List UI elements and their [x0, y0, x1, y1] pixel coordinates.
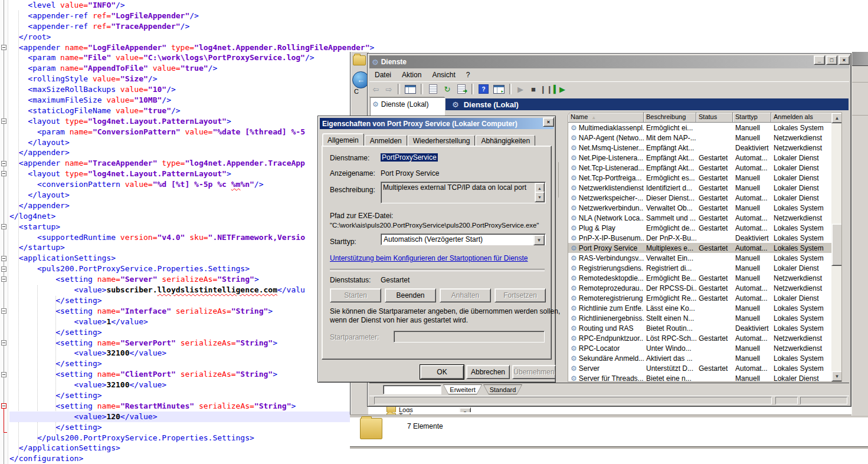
fold-toggle-icon[interactable]	[1, 372, 6, 377]
column-header-starttyp[interactable]: Starttyp	[733, 113, 771, 123]
ok-button[interactable]: OK	[420, 365, 464, 379]
view-tab-standard[interactable]: Standard	[483, 384, 522, 394]
view-tab-erweitert[interactable]: Erweitert	[443, 384, 482, 394]
fold-toggle-icon[interactable]	[1, 161, 6, 166]
service-row[interactable]: ⚙Net.Tcp-Listenerad...Empfängt Akt...Ges…	[568, 163, 832, 173]
service-row[interactable]: ⚙RPC-Endpunktzuor...Löst RPC-Sch...Gesta…	[568, 333, 832, 343]
show-console-tree-icon[interactable]	[405, 85, 416, 94]
fold-toggle-icon[interactable]	[1, 171, 6, 176]
service-row[interactable]: ⚙NetzwerklistendienstIdentifiziert d...G…	[568, 183, 832, 193]
dialog-tab-abhngigkeiten[interactable]: Abhängigkeiten	[476, 135, 535, 146]
menu-?[interactable]: ?	[461, 70, 476, 80]
service-cell: Gestartet	[696, 294, 733, 302]
anhalten-button[interactable]: Anhalten	[440, 288, 491, 302]
fortsetzen-button[interactable]: Fortsetzen	[494, 288, 546, 302]
scroll-up-button[interactable]: ▲	[831, 113, 842, 123]
service-name-text: Net.Tcp-Listenerad...	[579, 164, 644, 172]
tree-item-dienste-lokal[interactable]: ⚙ Dienste (Lokal)	[371, 98, 445, 111]
dienstname-value[interactable]: PortProxyService	[381, 153, 438, 162]
column-header-beschreibung[interactable]: Beschreibung	[644, 113, 696, 123]
start-service-icon[interactable]: ▶	[514, 85, 527, 93]
fold-toggle-icon[interactable]	[1, 277, 6, 282]
properties-icon[interactable]	[429, 84, 437, 94]
list-column-headers: Name▲BeschreibungStatusStarttypAnmelden …	[568, 113, 832, 123]
service-row[interactable]: ⚙Net.Pipe-Listenera...Empfängt Akt...Ges…	[568, 153, 832, 163]
menu-ansicht[interactable]: Ansicht	[427, 70, 460, 80]
desc-scroll-down-button[interactable]: ▼	[535, 192, 545, 202]
service-row[interactable]: ⚙Richtlinienergebniss...Stellt einen N..…	[568, 313, 832, 323]
service-row[interactable]: ⚙NLA (Network Loca...Sammelt und ...Gest…	[568, 213, 832, 223]
services-titlebar[interactable]: ⚙ Dienste	[369, 55, 849, 68]
fold-toggle-icon[interactable]	[1, 224, 6, 229]
startparameter-input[interactable]	[394, 331, 545, 343]
starten-button[interactable]: Starten	[330, 288, 381, 302]
maximize-button[interactable]: □	[826, 55, 837, 65]
stop-service-icon[interactable]: ■	[527, 85, 540, 93]
fold-toggle-icon[interactable]	[1, 119, 6, 124]
service-row[interactable]: ⚙Port Proxy ServiceMultiplexes e...Gesta…	[568, 243, 832, 253]
dialog-close-button[interactable]: ×	[543, 117, 554, 127]
help-icon[interactable]: ?	[479, 84, 489, 94]
service-row[interactable]: ⚙NAP-Agent (Netwo...Mit dem NAP-...Manue…	[568, 133, 832, 143]
fold-toggle-icon[interactable]	[1, 256, 6, 261]
combobox-dropdown-button[interactable]: ▼	[533, 235, 545, 245]
service-row[interactable]: ⚙Net.Tcp-Portfreiga...Ermöglicht es...Ge…	[568, 173, 832, 183]
service-cell: Gestartet	[696, 194, 733, 202]
service-row[interactable]: ⚙Richtlinie zum Entfe...Lässt eine Ko...…	[568, 303, 832, 313]
fold-toggle-icon[interactable]	[1, 45, 6, 50]
new-window-icon[interactable]: ▸	[493, 85, 505, 94]
anzeigename-value: Port Proxy Service	[381, 169, 439, 177]
dialog-tab-anmelden[interactable]: Anmelden	[365, 135, 407, 146]
menu-aktion[interactable]: Aktion	[397, 70, 427, 80]
service-row[interactable]: ⚙Server für Threads...Bietet eine n...Ma…	[568, 373, 832, 381]
fold-toggle-icon[interactable]	[1, 308, 6, 314]
service-row[interactable]: ⚙ServerUnterstützt D...GestartetAutomat.…	[568, 363, 832, 373]
dialog-titlebar[interactable]: Eigenschaften von Port Proxy Service (Lo…	[320, 118, 553, 129]
fold-toggle-icon[interactable]	[1, 266, 6, 272]
menu-datei[interactable]: Datei	[369, 70, 397, 80]
scroll-down-button[interactable]: ▼	[831, 371, 842, 381]
service-row[interactable]: ⚙Netzwerkverbindun...Verwaltet Ob...Gest…	[568, 203, 832, 213]
minimize-button[interactable]: _	[814, 55, 825, 65]
code-line: <appender name="TraceAppender" type="log…	[9, 158, 363, 169]
service-row[interactable]: ⚙Net.Msmq-Listener...Empfängt Akt...Deak…	[568, 143, 832, 153]
beschreibung-textbox[interactable]: Multiplexes external TCP/IP data on loca…	[381, 182, 546, 203]
refresh-icon[interactable]: ↻	[441, 85, 454, 93]
fold-toggle-icon[interactable]	[1, 403, 6, 409]
column-header-anmeldenals[interactable]: Anmelden als	[771, 113, 832, 123]
service-row[interactable]: ⚙Registrierungsdiens...Registriert di...…	[568, 263, 832, 273]
service-row[interactable]: ⚙Multimediaklassenpl...Ermöglicht ei...M…	[568, 123, 832, 133]
service-row[interactable]: ⚙Netzwerkspeicher-...Dieser Dienst...Ges…	[568, 193, 832, 203]
startup-options-help-link[interactable]: Unterstützung beim Konfigurieren der Sta…	[330, 254, 528, 262]
filter-input[interactable]	[383, 385, 441, 394]
service-row[interactable]: ⚙Plug & PlayErmöglicht de...GestartetAut…	[568, 223, 832, 233]
beenden-button[interactable]: Beenden	[385, 288, 436, 302]
service-row[interactable]: ⚙Remoteprozedurau...Der RPCSS-Di...Gesta…	[568, 283, 832, 293]
scrollbar-thumb[interactable]	[831, 223, 842, 266]
service-name-cell: ⚙RPC-Endpunktzuor...	[568, 334, 644, 343]
fold-toggle-icon[interactable]	[1, 340, 6, 345]
export-list-icon[interactable]: ➜	[457, 84, 466, 94]
service-row[interactable]: ⚙Remotedesktopdie...Ermöglicht Be...Gest…	[568, 273, 832, 283]
dialog-tab-page	[322, 146, 552, 360]
fold-margin[interactable]	[0, 0, 8, 464]
service-row[interactable]: ⚙RAS-Verbindungsv...Verwaltet Ein...Manu…	[568, 253, 832, 263]
column-header-status[interactable]: Status	[696, 113, 733, 123]
pause-service-icon[interactable]: ❙❙	[540, 85, 553, 93]
dialog-tab-wiederherstellung[interactable]: Wiederherstellung	[408, 135, 476, 146]
vertical-scrollbar[interactable]: ▲ ▼	[831, 113, 841, 381]
column-header-name[interactable]: Name▲	[568, 113, 644, 123]
bernehmen-button[interactable]: Übernehmen	[512, 365, 556, 379]
close-button[interactable]: ×	[838, 55, 850, 65]
dialog-tab-allgemein[interactable]: Allgemein	[322, 133, 364, 146]
back-icon[interactable]: ⇦	[369, 85, 382, 93]
starttyp-combobox[interactable]: Automatisch (Verzögerter Start) ▼	[381, 233, 546, 245]
service-row[interactable]: ⚙PnP-X-IP-Busenum...Der PnP-X-Bu...Deakt…	[568, 233, 832, 243]
forward-icon[interactable]: ⇨	[382, 85, 395, 93]
abbrechen-button[interactable]: Abbrechen	[466, 365, 510, 379]
service-row[interactable]: ⚙Routing und RASBietet Routin...Deaktivi…	[568, 323, 832, 333]
service-row[interactable]: ⚙RemoteregistrierungErmöglicht Re...Gest…	[568, 293, 832, 303]
restart-service-icon[interactable]: ▍▶	[553, 85, 566, 93]
service-row[interactable]: ⚙RPC-LocatorUnter Windo...ManuellNetzwer…	[568, 343, 832, 353]
service-row[interactable]: ⚙Sekundäre Anmeld...Aktiviert das ...Man…	[568, 353, 832, 363]
